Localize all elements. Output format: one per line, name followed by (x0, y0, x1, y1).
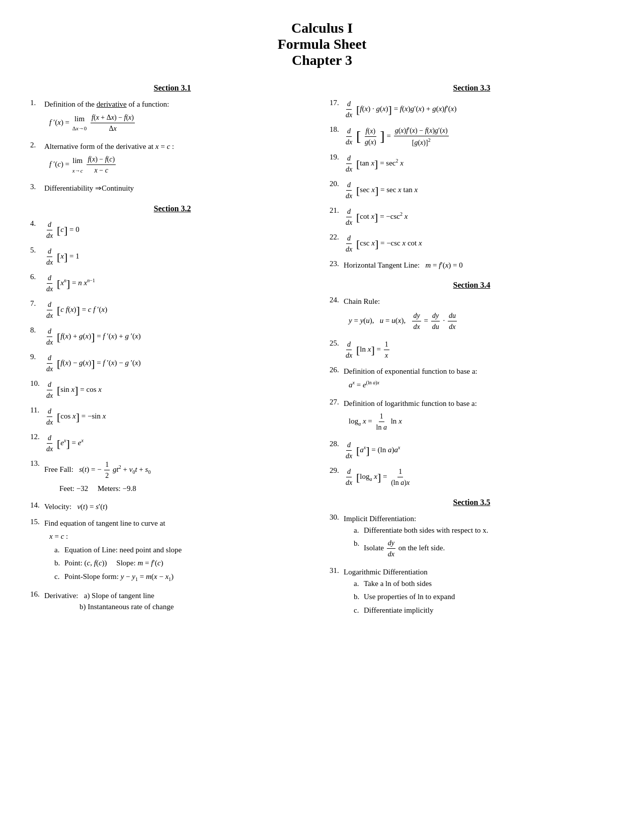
item-25-num: 25. (330, 339, 344, 348)
item-21-content: d dx [cot x] = −csc2 x (344, 206, 614, 228)
item-16-content: Derivative: a) Slope of tangent line b) … (44, 590, 314, 613)
item-19-num: 19. (330, 153, 344, 161)
item-20-num: 20. (330, 180, 344, 188)
item-19-content: d dx [tan x] = sec2 x (344, 153, 614, 175)
item-24-num: 24. (330, 296, 344, 304)
item-15b: b. Point: (c, f(c)) Slope: m = f′(c) (54, 557, 314, 569)
item-21-num: 21. (330, 206, 344, 215)
item-15c: c. Point-Slope form: y − y1 = m(x − x1) (54, 571, 314, 583)
item-17-num: 17. (330, 99, 344, 107)
item-24-content: Chain Rule: y = y(u), u = u(x), dy dx = … (344, 296, 614, 334)
item-8-num: 8. (30, 326, 44, 335)
item-7-content: d dx [c f(x)] = c f ′(x) (44, 299, 314, 321)
left-column: Section 3.1 1. Definition of the derivat… (30, 84, 314, 623)
item-31: 31. Logarithmic Differentiation a. Take … (330, 566, 614, 618)
item-2-content: Alternative form of the derivative at x … (44, 141, 314, 178)
item-2-num: 2. (30, 141, 44, 149)
item-13-content: Free Fall: s(t) = − 1 2 gt2 + v0t + s0 F… (44, 459, 314, 496)
title-line1: Calculus I (30, 20, 614, 36)
item-31-content: Logarithmic Differentiation a. Take a ln… (344, 566, 614, 618)
item-1: 1. Definition of the derivative of a fun… (30, 99, 314, 136)
item-10: 10. d dx [sin x] = cos x (30, 379, 314, 401)
title-line2: Formula Sheet (30, 36, 614, 52)
item-28: 28. d dx [ax] = (ln a)ax (330, 440, 614, 461)
item-22-content: d dx [csc x] = −csc x cot x (344, 233, 614, 255)
item-15: 15. Find equation of tangent line to cur… (30, 518, 314, 585)
item-9-num: 9. (30, 353, 44, 361)
item-5-num: 5. (30, 246, 44, 255)
item-13: 13. Free Fall: s(t) = − 1 2 gt2 + v0t + … (30, 459, 314, 496)
item-30b: b. Isolate dy dx on the left side. (354, 538, 614, 559)
item-10-num: 10. (30, 379, 44, 388)
item-4-num: 4. (30, 219, 44, 228)
item-5: 5. d dx [x] = 1 (30, 246, 314, 268)
item-9-content: d dx [f(x) − g(x)] = f ′(x) − g ′(x) (44, 353, 314, 374)
item-5-content: d dx [x] = 1 (44, 246, 314, 268)
item-20-content: d dx [sec x] = sec x tan x (344, 180, 614, 201)
title-line3: Chapter 3 (30, 52, 614, 68)
item-6-num: 6. (30, 273, 44, 281)
item-10-content: d dx [sin x] = cos x (44, 379, 314, 401)
item-14: 14. Velocity: v(t) = s′(t) (30, 501, 314, 513)
item-8: 8. d dx [f(x) + g(x)] = f ′(x) + g ′(x) (30, 326, 314, 348)
item-7: 7. d dx [c f(x)] = c f ′(x) (30, 299, 314, 321)
item-31-num: 31. (330, 566, 344, 575)
item-12: 12. d dx [ex] = ex (30, 433, 314, 454)
item-4: 4. d dx [c] = 0 (30, 219, 314, 241)
item-27-content: Definition of logarithmic function to ba… (344, 398, 614, 435)
right-column: Section 3.3 17. d dx [f(x) · g(x)] = f(x… (330, 84, 614, 623)
item-22: 22. d dx [csc x] = −csc x cot x (330, 233, 614, 255)
item-15-num: 15. (30, 518, 44, 526)
item-7-num: 7. (30, 299, 44, 308)
item-23: 23. Horizontal Tangent Line: m = f′(x) =… (330, 260, 614, 271)
section-33-title: Section 3.3 (330, 84, 614, 93)
item-25-content: d dx [ln x] = 1 x (344, 339, 614, 361)
item-15a: a. Equation of Line: need point and slop… (54, 544, 314, 556)
item-13-num: 13. (30, 459, 44, 468)
page-title: Calculus I Formula Sheet Chapter 3 (30, 20, 614, 68)
item-4-content: d dx [c] = 0 (44, 219, 314, 241)
item-6: 6. d dx [xn] = n xn−1 (30, 273, 314, 294)
item-26-content: Definition of exponential function to ba… (344, 366, 614, 393)
item-14-num: 14. (30, 501, 44, 510)
item-26-num: 26. (330, 366, 344, 374)
item-3-num: 3. (30, 183, 44, 191)
item-20: 20. d dx [sec x] = sec x tan x (330, 180, 614, 201)
item-26: 26. Definition of exponential function t… (330, 366, 614, 393)
item-9: 9. d dx [f(x) − g(x)] = f ′(x) − g ′(x) (30, 353, 314, 374)
item-11: 11. d dx [cos x] = −sin x (30, 406, 314, 428)
item-12-content: d dx [ex] = ex (44, 433, 314, 454)
item-29-num: 29. (330, 466, 344, 475)
item-23-num: 23. (330, 260, 344, 268)
section-31-title: Section 3.1 (30, 84, 314, 93)
item-21: 21. d dx [cot x] = −csc2 x (330, 206, 614, 228)
item-31a: a. Take a ln of both sides (354, 578, 614, 590)
item-30: 30. Implicit Differentiation: a. Differe… (330, 513, 614, 561)
item-15-content: Find equation of tangent line to curve a… (44, 518, 314, 585)
item-18-content: d dx [ f(x) g(x) ] = g(x)f′(x) − f(x)g′(… (344, 125, 614, 148)
item-18: 18. d dx [ f(x) g(x) ] = g(x)f′(x) − f(x… (330, 125, 614, 148)
item-29-content: d dx [loga x] = 1 (ln a)x (344, 466, 614, 488)
item-1-content: Definition of the derivative of a functi… (44, 99, 314, 136)
item-12-num: 12. (30, 433, 44, 441)
item-25: 25. d dx [ln x] = 1 x (330, 339, 614, 361)
item-24: 24. Chain Rule: y = y(u), u = u(x), dy d… (330, 296, 614, 334)
item-30-num: 30. (330, 513, 344, 522)
section-35-title: Section 3.5 (330, 498, 614, 507)
item-16: 16. Derivative: a) Slope of tangent line… (30, 590, 314, 613)
item-31b: b. Use properties of ln to expand (354, 591, 614, 603)
item-11-num: 11. (30, 406, 44, 414)
item-1-num: 1. (30, 99, 44, 107)
item-2: 2. Alternative form of the derivative at… (30, 141, 314, 178)
item-28-num: 28. (330, 440, 344, 448)
item-3: 3. Differentiability ⇒Continuity (30, 183, 314, 194)
item-6-content: d dx [xn] = n xn−1 (44, 273, 314, 294)
item-22-num: 22. (330, 233, 344, 241)
item-18-num: 18. (330, 125, 344, 134)
item-29: 29. d dx [loga x] = 1 (ln a)x (330, 466, 614, 488)
item-27-num: 27. (330, 398, 344, 406)
item-30a: a. Differentiate both sides with respect… (354, 525, 614, 536)
item-23-content: Horizontal Tangent Line: m = f′(x) = 0 (344, 260, 614, 271)
item-27: 27. Definition of logarithmic function t… (330, 398, 614, 435)
item-17: 17. d dx [f(x) · g(x)] = f(x)g′(x) + g(x… (330, 99, 614, 120)
